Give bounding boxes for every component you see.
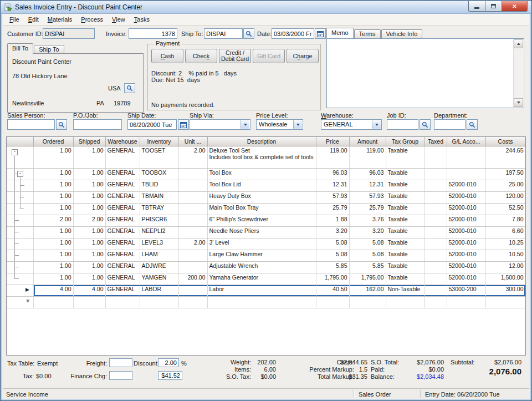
cell-tax-group[interactable]: Taxable (386, 204, 424, 215)
cell-taxed[interactable] (424, 227, 447, 238)
column-header-warehouse[interactable]: Warehouse (105, 137, 140, 146)
cell-price[interactable]: 96.03 (316, 169, 349, 180)
job-id-field[interactable] (387, 119, 418, 130)
cell-shipped[interactable]: 1.00 (73, 169, 105, 180)
cell-costs[interactable]: 197.50 (485, 169, 525, 180)
column-header-shipped[interactable]: Shipped (73, 137, 105, 146)
row-header[interactable] (7, 250, 33, 262)
finance-chg-field[interactable] (109, 371, 132, 380)
cell-ordered[interactable]: 1.00 (33, 192, 73, 204)
cell-warehouse[interactable]: GENERAL (105, 262, 140, 273)
cell-warehouse[interactable]: GENERAL (105, 192, 140, 204)
cell-warehouse[interactable]: GENERAL (105, 169, 140, 180)
cell-tax-group[interactable]: Taxable (386, 273, 424, 285)
cell-taxed[interactable] (424, 250, 447, 262)
ship-to-field[interactable] (204, 28, 243, 39)
cell-warehouse[interactable]: GENERAL (105, 238, 140, 250)
cell-unit[interactable]: 200.00 (178, 273, 207, 285)
cell-taxed[interactable] (424, 204, 447, 215)
column-header-amount[interactable]: Amount (349, 137, 386, 146)
minimize-button[interactable] (468, 1, 485, 12)
cell-gl-account[interactable]: 52000-010 (447, 192, 485, 204)
cell-unit[interactable]: 2.00 (178, 238, 207, 250)
cell-taxed[interactable] (424, 297, 447, 308)
cell-tax-group[interactable]: Taxable (386, 192, 424, 204)
cell-taxed[interactable] (424, 273, 447, 285)
cell-inventory[interactable]: LHAM (140, 250, 178, 262)
cell-price[interactable]: 1,795.00 (316, 273, 349, 285)
country-lookup-button[interactable] (124, 83, 135, 93)
cell-price[interactable]: 1.88 (316, 215, 349, 227)
cell-shipped[interactable] (73, 297, 105, 308)
ship-date-field[interactable] (127, 119, 177, 130)
cell-unit[interactable]: 2.00 (178, 146, 207, 169)
cell-description[interactable]: Heavy Duty Box (207, 192, 316, 204)
menu-process[interactable]: Process (76, 14, 108, 24)
cell-price[interactable]: 3.20 (316, 227, 349, 238)
chevron-down-icon[interactable] (293, 120, 302, 129)
cell-inventory[interactable]: TBLID (140, 180, 178, 192)
cell-unit[interactable] (178, 297, 207, 308)
cell-amount[interactable]: 5.08 (349, 250, 386, 262)
ship-to-lookup-button[interactable] (243, 28, 254, 39)
column-header-g-l-acco-[interactable]: G/L Acco... (447, 137, 485, 146)
memo-scrollbar[interactable] (513, 39, 523, 107)
cell-inventory[interactable]: PHISCR6 (140, 215, 178, 227)
cell-ordered[interactable]: 1.00 (33, 180, 73, 192)
cell-description[interactable]: Needle Nose Pliers (207, 227, 316, 238)
cell-costs[interactable]: 12.00 (485, 262, 525, 273)
cell-inventory[interactable]: YAMGEN (140, 273, 178, 285)
cell-description[interactable]: Yamaha Generator (207, 273, 316, 285)
cell-taxed[interactable] (424, 146, 447, 169)
new-row-header[interactable]: ✳ (7, 297, 33, 308)
cell-shipped[interactable]: 1.00 (73, 238, 105, 250)
cell-warehouse[interactable]: GENERAL (105, 273, 140, 285)
cell-taxed[interactable] (424, 285, 447, 297)
cell-costs[interactable]: 25.00 (485, 180, 525, 192)
column-header-description[interactable]: Description (207, 137, 316, 146)
cell-taxed[interactable] (424, 180, 447, 192)
row-header[interactable] (7, 238, 33, 250)
title-bar[interactable]: Sales Invoice Entry - Discount Paint Cen… (1, 1, 531, 14)
cell-gl-account[interactable]: 52000-010 (447, 238, 485, 250)
cell-ordered[interactable] (33, 297, 73, 308)
maximize-button[interactable] (485, 1, 502, 12)
cell-amount[interactable]: 1,795.00 (349, 273, 386, 285)
cell-price[interactable]: 5.08 (316, 238, 349, 250)
cell-unit[interactable] (178, 250, 207, 262)
tab-memo[interactable]: Memo (326, 28, 354, 38)
cell-amount[interactable]: 162.00 (349, 285, 386, 297)
column-header-taxed[interactable]: Taxed (424, 137, 447, 146)
cell-description[interactable]: Adjustable Wrench (207, 262, 316, 273)
cell-amount[interactable]: 25.79 (349, 204, 386, 215)
cell-inventory[interactable]: LEVEL3 (140, 238, 178, 250)
ship-date-calendar-button[interactable] (178, 119, 189, 130)
cell-unit[interactable] (178, 180, 207, 192)
column-header-ordered[interactable]: Ordered (33, 137, 73, 146)
cell-shipped[interactable]: 1.00 (73, 192, 105, 204)
cell-warehouse[interactable]: GENERAL (105, 250, 140, 262)
column-header-costs[interactable]: Costs (485, 137, 525, 146)
column-header[interactable] (7, 137, 33, 146)
cell-gl-account[interactable]: 52000-010 (447, 215, 485, 227)
cell-unit[interactable] (178, 204, 207, 215)
cell-gl-account[interactable] (447, 169, 485, 180)
cell-description[interactable]: 6'' Phillip's Screwdriver (207, 215, 316, 227)
cell-shipped[interactable]: 1.00 (73, 146, 105, 169)
cell-ordered[interactable]: 1.00 (33, 204, 73, 215)
cell-gl-account[interactable]: 52000-010 (447, 250, 485, 262)
cell-price[interactable] (316, 297, 349, 308)
cell-tax-group[interactable]: Taxable (386, 238, 424, 250)
cell-amount[interactable]: 57.93 (349, 192, 386, 204)
tree-collapse-icon[interactable]: - (17, 171, 23, 177)
cell-description[interactable]: Tool Box Lid (207, 180, 316, 192)
customer-id-field[interactable] (43, 28, 95, 39)
cell-price[interactable]: 25.79 (316, 204, 349, 215)
menu-tasks[interactable]: Tasks (130, 14, 154, 24)
tab-terms[interactable]: Terms (354, 29, 381, 38)
credit-debit-card-button[interactable]: Credit / Debit Card (219, 49, 251, 63)
cell-taxed[interactable] (424, 262, 447, 273)
chevron-down-icon[interactable] (241, 120, 249, 129)
cell-costs[interactable] (485, 297, 525, 308)
row-header[interactable]: ▶ (7, 285, 33, 297)
